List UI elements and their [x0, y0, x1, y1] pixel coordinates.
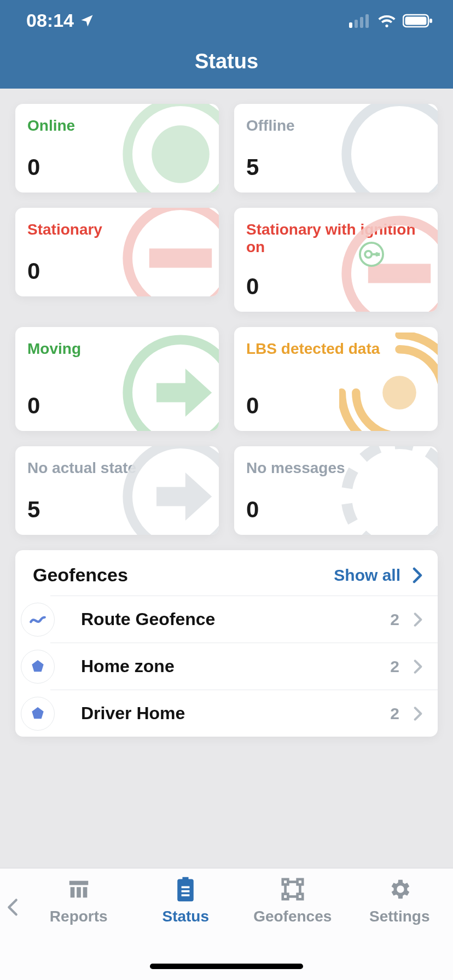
status-card-stationary-ignition[interactable]: Stationary with ignition on 0: [234, 208, 438, 312]
svg-point-17: [382, 376, 416, 410]
geofences-title: Geofences: [33, 564, 128, 586]
card-value: 0: [27, 258, 40, 284]
status-card-no-messages[interactable]: No messages 0: [234, 446, 438, 535]
svg-rect-24: [182, 886, 190, 888]
svg-rect-23: [83, 887, 87, 897]
ignition-key-icon: [359, 242, 384, 267]
svg-rect-20: [69, 881, 89, 885]
ios-statusbar: 08:14: [0, 0, 453, 31]
svg-rect-22: [77, 887, 81, 897]
chevron-right-icon: [413, 567, 422, 584]
card-value: 0: [27, 154, 40, 180]
status-card-offline[interactable]: Offline 5: [234, 104, 438, 192]
reports-icon: [66, 876, 92, 902]
statusbar-right: [349, 14, 433, 28]
tab-settings[interactable]: Settings: [346, 876, 454, 980]
geofence-name: Driver Home: [81, 703, 390, 724]
status-card-online[interactable]: Online 0: [15, 104, 219, 192]
svg-rect-30: [283, 894, 288, 900]
geofence-name: Route Geofence: [81, 609, 390, 629]
battery-icon: [403, 14, 433, 28]
page-title: Status: [0, 50, 453, 73]
card-label: Stationary: [27, 221, 207, 238]
geofence-name: Home zone: [81, 656, 390, 676]
chevron-right-icon: [414, 706, 422, 721]
route-icon: [21, 603, 55, 637]
geofences-icon: [280, 876, 306, 902]
svg-rect-2: [360, 17, 363, 28]
card-label: Moving: [27, 340, 207, 358]
tab-label: Reports: [50, 908, 108, 925]
app-header: 08:14 Status: [0, 0, 453, 89]
geofence-count: 2: [390, 704, 399, 723]
geofence-count: 2: [390, 610, 399, 629]
geofence-row[interactable]: Home zone 2: [50, 643, 438, 690]
card-label: No messages: [246, 459, 426, 477]
card-label: No actual state: [27, 459, 207, 477]
card-label: Online: [27, 117, 207, 135]
tab-label: Settings: [369, 908, 429, 925]
card-value: 0: [246, 497, 259, 523]
chevron-left-icon: [7, 898, 18, 917]
polygon-icon: [21, 650, 55, 684]
statusbar-left: 08:14: [26, 10, 95, 31]
svg-rect-31: [297, 894, 303, 900]
card-value: 5: [27, 497, 40, 523]
svg-rect-21: [70, 887, 74, 897]
svg-rect-1: [355, 20, 358, 28]
svg-rect-26: [182, 894, 190, 896]
geofence-row[interactable]: Route Geofence 2: [50, 596, 438, 643]
card-value: 0: [246, 393, 259, 419]
status-card-no-actual-state[interactable]: No actual state 5: [15, 446, 219, 535]
card-value: 5: [246, 154, 259, 180]
cellular-icon: [349, 14, 371, 28]
show-all-button[interactable]: Show all: [334, 566, 422, 585]
content-area: Online 0 Offline 5 Stationary 0: [0, 89, 453, 868]
card-label: Stationary with ignition on: [246, 221, 426, 256]
statusbar-time: 08:14: [26, 10, 74, 31]
status-card-stationary[interactable]: Stationary 0: [15, 208, 219, 296]
tab-reports[interactable]: Reports: [25, 876, 132, 980]
geofence-count: 2: [390, 657, 399, 676]
back-button[interactable]: [0, 876, 25, 980]
location-arrow-icon: [79, 13, 95, 28]
svg-rect-29: [297, 879, 303, 885]
polygon-icon: [21, 697, 55, 731]
geofences-panel: Geofences Show all Route Geofence 2 Home: [15, 550, 438, 737]
tab-label: Status: [162, 908, 209, 925]
svg-rect-0: [349, 22, 352, 28]
tab-bar: Reports Status Geofences Settings: [0, 868, 453, 980]
wifi-icon: [378, 14, 396, 28]
tab-label: Geofences: [253, 908, 332, 925]
geofence-row[interactable]: Driver Home 2: [50, 690, 438, 737]
svg-rect-3: [365, 14, 369, 28]
home-indicator: [150, 964, 303, 969]
status-card-moving[interactable]: Moving 0: [15, 327, 219, 431]
show-all-label: Show all: [334, 566, 400, 585]
card-value: 0: [27, 393, 40, 419]
svg-rect-6: [429, 19, 432, 23]
status-icon: [172, 876, 199, 902]
svg-rect-28: [283, 879, 288, 885]
chevron-right-icon: [414, 659, 422, 674]
svg-rect-5: [405, 16, 427, 25]
geofences-header: Geofences Show all: [15, 550, 438, 596]
svg-rect-25: [182, 890, 190, 892]
card-value: 0: [246, 273, 259, 300]
status-card-lbs[interactable]: LBS detected data 0: [234, 327, 438, 431]
svg-rect-11: [149, 248, 212, 267]
settings-icon: [386, 876, 413, 902]
card-label: Offline: [246, 117, 426, 135]
card-label: LBS detected data: [246, 340, 426, 358]
chevron-right-icon: [414, 612, 422, 627]
status-card-grid: Online 0 Offline 5 Stationary 0: [15, 104, 438, 535]
